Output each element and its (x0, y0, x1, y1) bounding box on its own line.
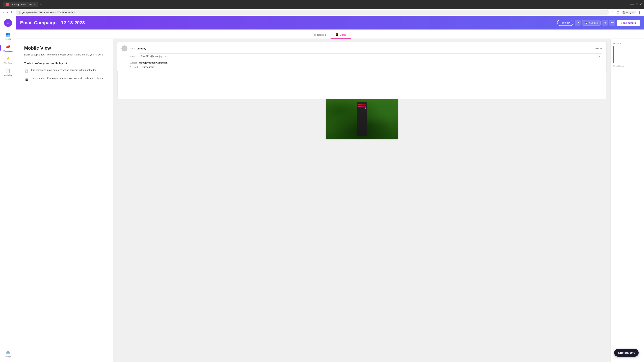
name-label: Name (130, 47, 135, 50)
left-panel: Mobile View Don't be a phoney. Preview a… (16, 39, 113, 362)
browser-close[interactable]: ✕ (640, 2, 642, 6)
navigation-bar: ‹ › ↻ 🔒 getdrip.com/7641396/broadcasts/3… (0, 9, 644, 16)
sender-avatar (122, 45, 128, 51)
drip-support-label: Drip Support (618, 351, 634, 354)
sidebar-item-analytics[interactable]: 📊 Analytics (1, 66, 15, 78)
email-body-placeholder (118, 72, 606, 99)
tab-favicon: D (6, 3, 9, 6)
from-email-select[interactable]: 89f4222e@moodjoy.com ▾ (139, 53, 602, 59)
sidebar-campaigns-label: Campaigns (3, 50, 13, 52)
campaigns-icon: 📣 (5, 44, 11, 49)
top-bar: Email Campaign - 12-13-2023 Preview ↩ 💾 … (16, 16, 644, 29)
stack-icon: ▦ (24, 77, 29, 82)
more-button[interactable]: ••• (609, 20, 615, 26)
dropdown-chevron-icon: ▾ (599, 55, 600, 58)
view-toggle: 🖥 Desktop 📱 Mobile (16, 29, 644, 39)
header-section: Email Campaign - 12-13-2023 Preview ↩ 💾 … (16, 16, 644, 39)
forest-background: 行者滝 不動滝 (326, 99, 398, 139)
forward-button[interactable]: › (6, 10, 9, 15)
subject-value: Moodjoy Email Campaign (139, 61, 168, 64)
tool-item-stack: ▦ Turn stacking off when you want conten… (24, 77, 105, 82)
from-label: From (130, 55, 136, 58)
preview-button[interactable]: Preview (557, 20, 574, 26)
panel-title: Mobile View (24, 45, 105, 51)
url-text: getdrip.com/7641396/broadcasts/318674615… (22, 11, 75, 13)
back-button[interactable]: ‹ (2, 10, 5, 15)
page-title: Email Campaign - 12-13-2023 (20, 20, 85, 25)
tab-mobile[interactable]: 📱 Mobile (330, 31, 351, 38)
nav-extras: ☆ ⊡ 🕵 Incognito ⋮ (610, 10, 642, 15)
tab-desktop[interactable]: 🖥 Desktop (309, 31, 330, 38)
stack-text: Turn stacking off when you want content … (31, 77, 104, 80)
name-row: Name Lindsay Collapse (130, 47, 602, 50)
sidebar-item-settings[interactable]: ⚙️ Settings (1, 348, 15, 359)
active-tab[interactable]: D Campaign Email · Drip ✕ (3, 2, 38, 7)
nav-arrows: ‹ › (2, 10, 9, 15)
browser-chrome: D Campaign Email · Drip ✕ + — □ ✕ (0, 0, 644, 9)
new-tab-button[interactable]: + (38, 2, 43, 7)
header-label: Header (613, 42, 621, 45)
extensions-button[interactable]: ⋮ (637, 10, 642, 15)
collapse-button[interactable]: Collapse (594, 47, 602, 50)
content-area: Mobile View Don't be a phoney. Preview a… (16, 39, 644, 362)
sidebar-workflows-label: Workflows (4, 62, 12, 64)
browser-minimize[interactable]: — (630, 2, 634, 6)
desktop-tab-label: Desktop (317, 33, 326, 36)
email-image-preview: 行者滝 不動滝 (326, 99, 398, 139)
subject-row: Subject Moodjoy Email Campaign (122, 61, 602, 64)
top-bar-actions: Preview ↩ 💾 < 1m ago ↪ ••• Done editing (557, 20, 640, 26)
sidebar-item-people[interactable]: 👥 People (1, 30, 15, 41)
mobile-tab-label: Mobile (340, 33, 346, 36)
sign-label-2: 不動滝 (358, 106, 366, 107)
preheader-row: Preheader Subscribers (122, 65, 602, 68)
preheader-label: Preheader (130, 66, 140, 68)
header-divider (613, 46, 614, 63)
header-section-label: Header (613, 42, 641, 63)
sidebar-item-campaigns[interactable]: 📣 Campaigns (1, 42, 15, 54)
right-panel: Header Email body (610, 39, 644, 362)
tab-close-button[interactable]: ✕ (33, 3, 35, 6)
undo-button[interactable]: ↩ (575, 20, 581, 26)
settings-icon: ⚙️ (5, 350, 11, 355)
right-column: Email Campaign - 12-13-2023 Preview ↩ 💾 … (16, 16, 644, 362)
incognito-badge: 🕵 Incognito (621, 10, 636, 14)
app-logo[interactable]: ☺ (4, 19, 12, 27)
sidebar-item-workflows[interactable]: ⚡ Workflows (1, 54, 15, 66)
center-panel: Name Lindsay Collapse From 89f4222e@mood… (113, 39, 610, 362)
redo-button[interactable]: ↪ (602, 20, 608, 26)
save-label: < 1m ago (589, 22, 598, 24)
bookmark-button[interactable]: ☆ (610, 10, 615, 15)
email-image-card: 行者滝 不動滝 (326, 99, 398, 139)
sign-post: 行者滝 不動滝 (357, 102, 367, 136)
drip-support-button[interactable]: Drip Support (614, 349, 639, 357)
profile-button[interactable]: ⊡ (616, 10, 620, 15)
logo-icon: ☺ (6, 20, 10, 25)
sidebar-analytics-label: Analytics (4, 74, 12, 76)
workflows-icon: ⚡ (5, 56, 11, 61)
save-button[interactable]: 💾 < 1m ago (582, 20, 601, 26)
tools-title: Tools to refine your mobile layout: (24, 62, 105, 65)
incognito-icon: 🕵 (623, 11, 626, 13)
people-icon: 👥 (5, 32, 11, 37)
app-body: ☺ 👥 People 📣 Campaigns ⚡ Workflows 📊 Ana… (0, 16, 644, 362)
sign-label-1: 行者滝 (358, 104, 366, 105)
email-body-label: Email body (613, 65, 624, 67)
sidebar-bottom: ⚙️ Settings (1, 348, 15, 359)
panel-description: Don't be a phoney. Preview and optimize … (24, 53, 105, 57)
lock-icon: 🔒 (18, 11, 21, 13)
address-bar[interactable]: 🔒 getdrip.com/7641396/broadcasts/3186746… (16, 10, 608, 15)
flip-icon: 🔄 (24, 69, 29, 73)
from-email-value: 89f4222e@moodjoy.com (141, 55, 167, 58)
mobile-icon: 📱 (335, 33, 338, 36)
browser-tabs: D Campaign Email · Drip ✕ + (3, 2, 629, 7)
browser-maximize[interactable]: □ (636, 3, 638, 6)
desktop-icon: 🖥 (314, 33, 316, 36)
refresh-button[interactable]: ↻ (10, 10, 14, 14)
name-value: Lindsay (137, 47, 146, 50)
preheader-value: Subscribers (142, 66, 154, 68)
email-name-row: Name Lindsay Collapse (122, 45, 602, 51)
tool-item-flip: 🔄 Flip content to make sure everything a… (24, 68, 105, 73)
subject-label: Subject (130, 61, 137, 64)
done-editing-button[interactable]: Done editing (617, 20, 640, 26)
sidebar-people-label: People (5, 38, 11, 40)
